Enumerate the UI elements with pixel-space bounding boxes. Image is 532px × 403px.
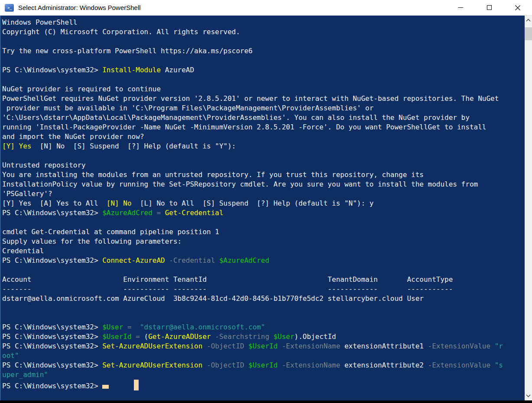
terminal-text: Connect-AzureAD bbox=[102, 256, 165, 264]
terminal-line bbox=[2, 37, 525, 46]
terminal-line bbox=[2, 313, 525, 322]
terminal-line: PS C:\Windows\system32> $UserId = (Get-A… bbox=[2, 332, 525, 342]
terminal-text: -Searchstring bbox=[211, 332, 274, 341]
terminal-text: = bbox=[132, 332, 144, 341]
terminal-line bbox=[2, 56, 525, 65]
terminal-line: PS C:\Windows\system32> Set-AzureADUserE… bbox=[2, 361, 525, 370]
terminal-text: -ObjectID bbox=[202, 342, 248, 350]
terminal-line: uper_admin" bbox=[2, 370, 525, 380]
terminal-text: Get-AzureADUser bbox=[148, 332, 211, 341]
terminal-text: ( bbox=[144, 332, 149, 341]
window-bottom-border bbox=[0, 400, 532, 403]
close-icon bbox=[515, 5, 521, 11]
terminal-line: [Y] Yes [N] No [S] Suspend [?] Help (def… bbox=[2, 142, 525, 151]
terminal-text: Set-AzureADUserExtension bbox=[102, 361, 202, 369]
terminal-text: = bbox=[152, 209, 165, 217]
terminal-line: [Y] Yes [A] Yes to All [N] No [L] No to … bbox=[2, 199, 525, 208]
scrollbar-thumb[interactable] bbox=[525, 27, 532, 40]
terminal-text: [N] No bbox=[107, 199, 132, 207]
terminal-line bbox=[2, 218, 525, 227]
terminal-text: "dstarr@aella.onmicrosoft.com" bbox=[140, 323, 265, 331]
terminal-text: [N] No [S] Suspend [?] Help (default is … bbox=[31, 142, 236, 150]
terminal-text: "r bbox=[495, 342, 503, 350]
terminal-line: and import the NuGet provider now? bbox=[2, 132, 525, 142]
terminal-line bbox=[2, 75, 525, 84]
terminal-line: InstallationPolicy value by running the … bbox=[2, 180, 525, 189]
powershell-window: >_ Select Administrator: Windows PowerSh… bbox=[0, 0, 532, 403]
terminal-text: [L] No to All [S] Suspend [?] Help (defa… bbox=[132, 199, 374, 207]
terminal-text: = bbox=[123, 323, 140, 331]
terminal-text: 'C:\Users\dstarr\AppData\Local\PackageMa… bbox=[2, 113, 470, 122]
terminal-text: Credential bbox=[2, 247, 44, 255]
vertical-scrollbar[interactable] bbox=[525, 16, 532, 400]
terminal-line: provider must be available in 'C:\Progra… bbox=[2, 103, 525, 113]
terminal-text: You are installing the modules from an u… bbox=[2, 171, 424, 179]
terminal-text: $UserId bbox=[248, 342, 277, 350]
terminal[interactable]: Windows PowerShellCopyright (C) Microsof… bbox=[0, 16, 525, 400]
terminal-text: and import the NuGet provider now? bbox=[2, 132, 144, 141]
scroll-up-button[interactable] bbox=[525, 16, 532, 24]
terminal-text: PS C:\Windows\system32> bbox=[2, 66, 102, 74]
terminal-text: $UserId bbox=[248, 361, 277, 369]
title-bar: >_ Select Administrator: Windows PowerSh… bbox=[0, 0, 532, 16]
minimize-icon bbox=[458, 7, 463, 8]
terminal-text: PowerShellGet requires NuGet provider ve… bbox=[2, 94, 499, 103]
terminal-text: $User bbox=[273, 332, 294, 341]
terminal-line: Untrusted repository bbox=[2, 161, 525, 170]
terminal-line: PS C:\Windows\system32> bbox=[2, 380, 525, 389]
terminal-text: ).ObjectId bbox=[294, 332, 336, 341]
terminal-text: $UserId bbox=[102, 332, 131, 341]
text-cursor-underscore bbox=[102, 385, 109, 389]
minimize-button[interactable] bbox=[446, 0, 475, 15]
terminal-line: PS C:\Windows\system32> Set-AzureADUserE… bbox=[2, 342, 525, 351]
text-cursor-block bbox=[134, 380, 139, 390]
terminal-line: You are installing the modules from an u… bbox=[2, 170, 525, 180]
terminal-line: Supply values for the following paramete… bbox=[2, 237, 525, 246]
terminal-text: Get-Credential bbox=[165, 209, 224, 217]
terminal-line: PS C:\Windows\system32> $User = "dstarr@… bbox=[2, 322, 525, 332]
terminal-line: oot" bbox=[2, 351, 525, 361]
terminal-text: running 'Install-PackageProvider -Name N… bbox=[2, 123, 486, 131]
terminal-text: PS C:\Windows\system32> bbox=[2, 323, 102, 331]
window-controls bbox=[446, 0, 532, 15]
terminal-line: 'C:\Users\dstarr\AppData\Local\PackageMa… bbox=[2, 113, 525, 123]
terminal-text: -ExtensionName bbox=[278, 342, 344, 350]
terminal-text: cmdlet Get-Credential at command pipelin… bbox=[2, 228, 219, 236]
terminal-text: ------- ----------- -------- -----------… bbox=[2, 285, 453, 293]
terminal-text: Set-AzureADUserExtension bbox=[102, 342, 202, 350]
close-button[interactable] bbox=[503, 0, 532, 15]
terminal-line: PS C:\Windows\system32> Connect-AzureAD … bbox=[2, 256, 525, 265]
terminal-line: NuGet provider is required to continue bbox=[2, 84, 525, 94]
maximize-button[interactable] bbox=[475, 0, 503, 15]
terminal-text: uper_admin" bbox=[2, 371, 48, 379]
terminal-line: Windows PowerShell bbox=[2, 18, 525, 27]
terminal-line: PowerShellGet requires NuGet provider ve… bbox=[2, 94, 525, 103]
terminal-text: [Y] Yes [A] Yes to All bbox=[2, 199, 107, 207]
terminal-line: ------- ----------- -------- -----------… bbox=[2, 284, 525, 294]
terminal-line: Credential bbox=[2, 246, 525, 256]
powershell-icon: >_ bbox=[5, 4, 14, 12]
terminal-line: PS C:\Windows\system32> Install-Module A… bbox=[2, 65, 525, 75]
terminal-text bbox=[109, 382, 134, 390]
terminal-text: PS C:\Windows\system32> bbox=[2, 256, 102, 264]
terminal-text: Windows PowerShell bbox=[2, 18, 77, 26]
terminal-text: Supply values for the following paramete… bbox=[2, 237, 182, 245]
terminal-text: extensionAttribute1 bbox=[344, 342, 424, 350]
terminal-text: $User bbox=[102, 323, 123, 331]
terminal-text: Install-Module bbox=[102, 66, 161, 74]
terminal-line: 'PSGallery'? bbox=[2, 189, 525, 199]
terminal-text: PS C:\Windows\system32> bbox=[2, 209, 102, 217]
terminal-text: [Y] Yes bbox=[2, 142, 31, 150]
terminal-text: NuGet provider is required to continue bbox=[2, 85, 161, 93]
terminal-line: dstarr@aella.onmicrosoft.com AzureCloud … bbox=[2, 294, 525, 303]
scroll-down-button[interactable] bbox=[525, 392, 532, 400]
terminal-text: AzureAD bbox=[161, 66, 194, 74]
terminal-text: oot" bbox=[2, 351, 19, 360]
terminal-text: Untrusted repository bbox=[2, 161, 86, 169]
chevron-up-icon bbox=[526, 19, 531, 22]
terminal-text: "s bbox=[495, 361, 503, 369]
terminal-text: InstallationPolicy value by running the … bbox=[2, 180, 478, 188]
terminal-text: PS C:\Windows\system32> bbox=[2, 342, 102, 350]
terminal-text: -Credential bbox=[165, 256, 219, 264]
terminal-line bbox=[2, 151, 525, 161]
